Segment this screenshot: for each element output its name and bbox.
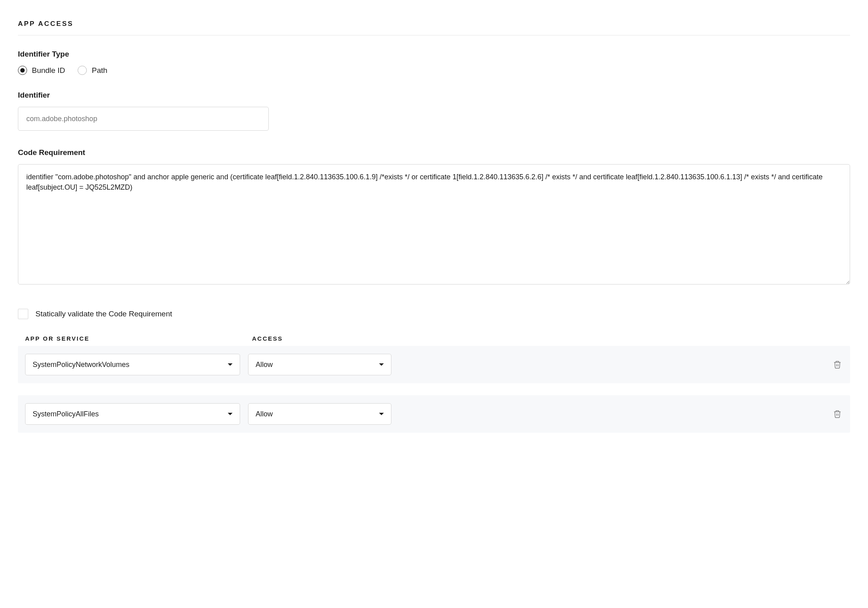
radio-bundle-id-label: Bundle ID xyxy=(32,66,65,75)
static-validate-row: Statically validate the Code Requirement xyxy=(18,309,850,319)
chevron-down-icon xyxy=(379,413,384,415)
service-select[interactable]: SystemPolicyAllFiles xyxy=(25,403,240,425)
service-select[interactable]: SystemPolicyNetworkVolumes xyxy=(25,354,240,375)
th-service: APP OR SERVICE xyxy=(25,335,252,342)
code-requirement-field[interactable]: identifier "com.adobe.photoshop" and anc… xyxy=(18,164,850,284)
trash-icon xyxy=(833,360,842,369)
service-select-value: SystemPolicyNetworkVolumes xyxy=(33,361,129,369)
access-select[interactable]: Allow xyxy=(248,403,391,425)
table-row: SystemPolicyNetworkVolumes Allow xyxy=(18,346,850,383)
chevron-down-icon xyxy=(228,363,233,366)
radio-path-label: Path xyxy=(92,66,107,75)
table-header: APP OR SERVICE ACCESS xyxy=(18,335,850,342)
identifier-type-radio-group: Bundle ID Path xyxy=(18,66,850,75)
section-title: APP ACCESS xyxy=(18,20,850,35)
chevron-down-icon xyxy=(379,363,384,366)
trash-icon xyxy=(833,409,842,419)
static-validate-checkbox[interactable] xyxy=(18,309,28,319)
delete-row-button[interactable] xyxy=(832,408,843,420)
code-requirement-label: Code Requirement xyxy=(18,148,850,157)
radio-bundle-id[interactable]: Bundle ID xyxy=(18,66,65,75)
identifier-field[interactable] xyxy=(18,107,269,131)
static-validate-label: Statically validate the Code Requirement xyxy=(35,310,172,318)
access-select-value: Allow xyxy=(256,361,273,369)
radio-icon xyxy=(18,66,27,75)
identifier-type-label: Identifier Type xyxy=(18,50,850,59)
radio-icon xyxy=(78,66,87,75)
table-row: SystemPolicyAllFiles Allow xyxy=(18,395,850,433)
delete-row-button[interactable] xyxy=(832,359,843,370)
access-select[interactable]: Allow xyxy=(248,354,391,375)
access-select-value: Allow xyxy=(256,410,273,418)
chevron-down-icon xyxy=(228,413,233,415)
service-select-value: SystemPolicyAllFiles xyxy=(33,410,99,418)
identifier-label: Identifier xyxy=(18,91,850,100)
th-access: ACCESS xyxy=(252,335,395,342)
radio-path[interactable]: Path xyxy=(78,66,107,75)
